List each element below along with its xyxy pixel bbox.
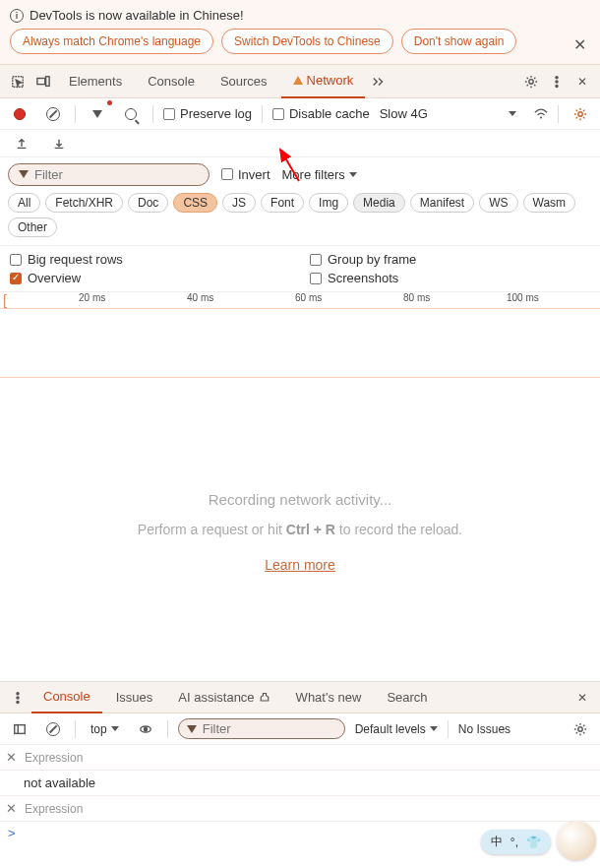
expression-row-2[interactable]: ✕Expression bbox=[0, 796, 600, 822]
tab-network-label: Network bbox=[307, 73, 354, 88]
svg-rect-2 bbox=[46, 76, 50, 86]
throttle-dropdown-icon[interactable] bbox=[501, 102, 524, 126]
tab-sources[interactable]: Sources bbox=[209, 65, 279, 98]
type-wasm[interactable]: Wasm bbox=[523, 193, 576, 213]
no-issues-label[interactable]: No Issues bbox=[458, 722, 510, 736]
always-match-button[interactable]: Always match Chrome's language bbox=[10, 29, 213, 54]
more-filters-dropdown[interactable]: More filters bbox=[282, 167, 357, 182]
learn-more-link[interactable]: Learn more bbox=[265, 557, 335, 573]
drawer-tab-console[interactable]: Console bbox=[31, 682, 102, 713]
divider bbox=[152, 105, 153, 123]
drawer-tab-ai[interactable]: AI assistance bbox=[166, 682, 281, 713]
drawer-ai-label: AI assistance bbox=[178, 690, 254, 705]
console-settings-icon[interactable] bbox=[569, 717, 592, 741]
dont-show-button[interactable]: Don't show again bbox=[401, 29, 517, 54]
console-filter-input[interactable] bbox=[203, 721, 368, 736]
type-font[interactable]: Font bbox=[261, 193, 304, 213]
context-select[interactable]: top bbox=[86, 719, 124, 739]
big-request-rows-checkbox[interactable]: Big request rows bbox=[10, 252, 290, 267]
divider bbox=[75, 720, 76, 738]
drawer-more-icon[interactable] bbox=[6, 686, 30, 710]
close-icon[interactable]: ✕ bbox=[573, 35, 586, 54]
type-media[interactable]: Media bbox=[353, 193, 405, 213]
tab-console[interactable]: Console bbox=[136, 65, 207, 98]
filter-input-wrap[interactable] bbox=[8, 163, 210, 186]
filter-input[interactable] bbox=[34, 167, 200, 182]
preserve-log-checkbox[interactable]: Preserve log bbox=[163, 106, 252, 121]
type-all[interactable]: All bbox=[8, 193, 40, 213]
device-toggle-icon[interactable] bbox=[31, 70, 55, 93]
expression-placeholder: Expression bbox=[25, 751, 83, 765]
sidebar-toggle-icon[interactable] bbox=[8, 717, 31, 741]
type-other[interactable]: Other bbox=[8, 217, 57, 237]
recording-line1: Recording network activity... bbox=[0, 491, 600, 508]
timeline-ruler[interactable]: [ 20 ms 40 ms 60 ms 80 ms 100 ms bbox=[0, 292, 600, 309]
close-devtools-icon[interactable]: ✕ bbox=[570, 70, 594, 93]
disable-cache-label: Disable cache bbox=[289, 106, 370, 121]
overview-checkbox[interactable]: Overview bbox=[10, 271, 290, 285]
log-levels-select[interactable]: Default levels bbox=[355, 722, 438, 736]
network-toolbar-2 bbox=[0, 130, 600, 157]
type-fetch-xhr[interactable]: Fetch/XHR bbox=[45, 193, 123, 213]
inspect-icon[interactable] bbox=[6, 70, 30, 93]
type-manifest[interactable]: Manifest bbox=[410, 193, 474, 213]
svg-point-8 bbox=[578, 111, 582, 115]
drawer-tab-whatsnew[interactable]: What's new bbox=[284, 682, 374, 713]
divider bbox=[448, 720, 449, 738]
export-har-icon[interactable] bbox=[10, 132, 33, 155]
funnel-icon bbox=[187, 725, 197, 733]
live-expression-icon[interactable] bbox=[134, 717, 157, 741]
recording-message: Recording network activity... Perform a … bbox=[0, 378, 600, 573]
drawer-tab-issues[interactable]: Issues bbox=[104, 682, 165, 713]
group-frame-label: Group by frame bbox=[328, 252, 416, 267]
svg-point-3 bbox=[529, 79, 533, 83]
throttling-select[interactable]: Slow 4G bbox=[380, 106, 428, 121]
network-conditions-icon[interactable] bbox=[534, 108, 548, 120]
funnel-icon bbox=[19, 170, 29, 178]
type-js[interactable]: JS bbox=[222, 193, 256, 213]
divider bbox=[262, 105, 263, 123]
console-filter-wrap[interactable] bbox=[178, 718, 345, 739]
svg-point-11 bbox=[17, 696, 19, 698]
type-ws[interactable]: WS bbox=[479, 193, 517, 213]
more-menu-icon[interactable] bbox=[545, 70, 569, 93]
type-css[interactable]: CSS bbox=[173, 193, 217, 213]
disable-cache-checkbox[interactable]: Disable cache bbox=[272, 106, 370, 121]
screenshots-checkbox[interactable]: Screenshots bbox=[310, 271, 590, 285]
avatar-cat[interactable] bbox=[557, 821, 596, 860]
filter-row: Invert More filters bbox=[0, 157, 600, 191]
group-by-frame-checkbox[interactable]: Group by frame bbox=[310, 252, 590, 267]
invert-checkbox[interactable]: Invert bbox=[221, 167, 270, 182]
filter-toggle-icon[interactable] bbox=[86, 102, 109, 126]
search-icon[interactable] bbox=[119, 102, 143, 126]
tab-network[interactable]: Network bbox=[281, 65, 366, 98]
drawer-close-icon[interactable]: ✕ bbox=[570, 686, 594, 710]
more-tabs-icon[interactable] bbox=[367, 70, 390, 93]
switch-devtools-button[interactable]: Switch DevTools to Chinese bbox=[221, 29, 393, 54]
close-icon[interactable]: ✕ bbox=[6, 801, 17, 816]
expression-row-1[interactable]: ✕Expression bbox=[0, 745, 600, 771]
divider bbox=[558, 105, 559, 123]
ime-lang[interactable]: 中 bbox=[491, 834, 503, 850]
settings-gear-icon[interactable] bbox=[519, 70, 543, 93]
ime-skin-icon[interactable]: 👕 bbox=[526, 836, 541, 849]
ime-punct[interactable]: °, bbox=[510, 836, 518, 849]
type-img[interactable]: Img bbox=[309, 193, 348, 213]
type-doc[interactable]: Doc bbox=[128, 193, 168, 213]
clear-button[interactable] bbox=[41, 102, 65, 126]
timeline-body[interactable] bbox=[0, 309, 600, 378]
import-har-icon[interactable] bbox=[47, 132, 71, 155]
close-icon[interactable]: ✕ bbox=[6, 750, 17, 765]
info-icon: i bbox=[10, 9, 24, 23]
svg-point-12 bbox=[17, 701, 19, 703]
record-button[interactable] bbox=[8, 102, 31, 126]
tab-elements[interactable]: Elements bbox=[57, 65, 134, 98]
divider bbox=[75, 105, 76, 123]
ime-toolbar[interactable]: 中 °, 👕 bbox=[481, 830, 551, 854]
svg-point-6 bbox=[556, 85, 558, 87]
drawer-tabs: Console Issues AI assistance What's new … bbox=[0, 682, 600, 713]
network-settings-icon[interactable] bbox=[569, 102, 592, 126]
recording-line2: Perform a request or hit Ctrl + R to rec… bbox=[0, 522, 600, 537]
console-clear-icon[interactable] bbox=[41, 717, 65, 741]
drawer-tab-search[interactable]: Search bbox=[375, 682, 439, 713]
